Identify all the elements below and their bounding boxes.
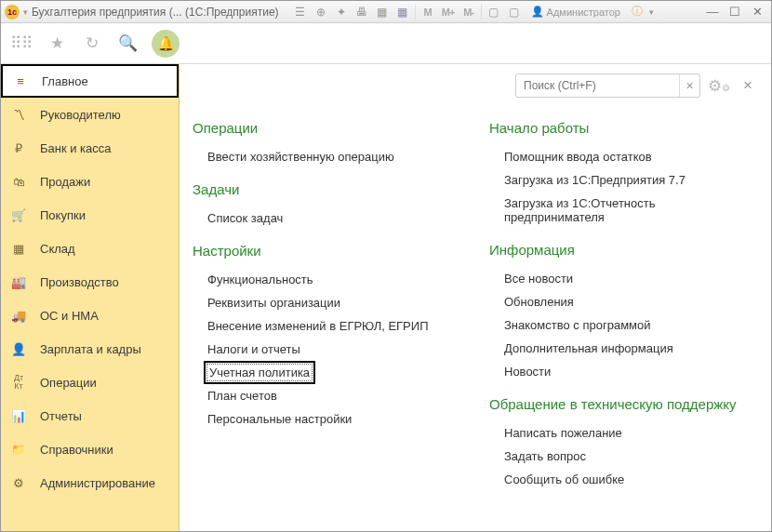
minimize-button[interactable]: — bbox=[702, 4, 723, 20]
titlebar: 1c ▾ Бухгалтерия предприятия (... (1С:Пр… bbox=[1, 1, 771, 23]
link-load-77[interactable]: Загрузка из 1С:Предприятия 7.7 bbox=[489, 168, 758, 192]
dropdown-icon[interactable]: ▾ bbox=[23, 7, 28, 17]
memory-m-plus[interactable]: M+ bbox=[440, 4, 457, 20]
toolbar-icon-9[interactable]: ▢ bbox=[486, 4, 502, 20]
sidebar-item-label: Главное bbox=[42, 74, 88, 88]
app-icon: 1c bbox=[5, 5, 20, 20]
sidebar-item-label: Операции bbox=[40, 376, 97, 390]
cart-icon: 🛒 bbox=[10, 208, 27, 222]
search-box: × bbox=[515, 73, 700, 98]
sidebar-item-admin[interactable]: ⚙ Администрирование bbox=[1, 466, 179, 499]
sidebar: ≡ Главное 〽 Руководителю ₽ Банк и касса … bbox=[1, 64, 180, 531]
bell-icon[interactable]: 🔔 bbox=[152, 30, 180, 58]
link-org-details[interactable]: Реквизиты организации bbox=[193, 291, 461, 314]
link-news[interactable]: Новости bbox=[489, 360, 758, 383]
section-support[interactable]: Обращение в техническую поддержку bbox=[489, 396, 758, 412]
link-report-error[interactable]: Сообщить об ошибке bbox=[489, 468, 758, 491]
person-icon: 👤 bbox=[10, 342, 27, 356]
right-column: Начало работы Помощник ввода остатков За… bbox=[489, 114, 758, 491]
content-columns: Операции Ввести хозяйственную операцию З… bbox=[193, 114, 758, 491]
truck-icon: 🚚 bbox=[10, 309, 27, 323]
search-icon[interactable]: 🔍 bbox=[116, 33, 139, 55]
section-operations[interactable]: Операции bbox=[193, 120, 461, 136]
boxes-icon: ▦ bbox=[10, 242, 27, 256]
toolbar-icon-1[interactable]: ☰ bbox=[292, 4, 309, 20]
sidebar-item-assets[interactable]: 🚚 ОС и НМА bbox=[1, 299, 179, 332]
toolbar-icon-5[interactable]: ▦ bbox=[374, 4, 391, 20]
section-tasks[interactable]: Задачи bbox=[193, 181, 461, 197]
menu-icon: ≡ bbox=[12, 74, 29, 88]
dtkt-icon: ДтКт bbox=[10, 374, 27, 391]
link-additional-info[interactable]: Дополнительная информация bbox=[489, 337, 758, 360]
sidebar-item-label: Отчеты bbox=[40, 409, 82, 423]
sidebar-item-label: Руководителю bbox=[40, 108, 121, 122]
sidebar-item-label: Склад bbox=[40, 242, 75, 256]
dropdown-icon[interactable]: ▾ bbox=[649, 7, 654, 17]
link-functionality[interactable]: Функциональность bbox=[193, 268, 461, 291]
link-intro[interactable]: Знакомство с программой bbox=[489, 313, 758, 337]
factory-icon: 🏭 bbox=[10, 275, 27, 289]
link-write-wish[interactable]: Написать пожелание bbox=[489, 421, 758, 445]
calendar-icon[interactable]: ▦ bbox=[394, 4, 411, 20]
search-clear-button[interactable]: × bbox=[679, 74, 699, 97]
link-ask-question[interactable]: Задать вопрос bbox=[489, 445, 758, 468]
search-input[interactable] bbox=[516, 74, 679, 97]
separator bbox=[415, 5, 416, 20]
left-column: Операции Ввести хозяйственную операцию З… bbox=[193, 114, 461, 491]
print-icon[interactable]: 🖶 bbox=[353, 4, 370, 20]
link-chart-of-accounts[interactable]: План счетов bbox=[193, 384, 461, 407]
section-start[interactable]: Начало работы bbox=[489, 120, 758, 136]
link-updates[interactable]: Обновления bbox=[489, 290, 758, 313]
settings-gear-icon[interactable]: ⚙⚙ bbox=[708, 76, 730, 96]
sidebar-item-manager[interactable]: 〽 Руководителю bbox=[1, 98, 179, 131]
link-taxes[interactable]: Налоги и отчеты bbox=[193, 338, 461, 361]
section-info[interactable]: Информация bbox=[489, 242, 758, 258]
toolbar-icon-10[interactable]: ▢ bbox=[506, 4, 523, 20]
sidebar-item-operations[interactable]: ДтКт Операции bbox=[1, 366, 179, 399]
sidebar-item-directories[interactable]: 📁 Справочники bbox=[1, 432, 179, 466]
memory-m-minus[interactable]: M- bbox=[460, 4, 477, 20]
close-button[interactable]: ✕ bbox=[747, 4, 767, 20]
sidebar-item-main[interactable]: ≡ Главное bbox=[1, 64, 179, 98]
toolbar-icon-2[interactable]: ⊕ bbox=[313, 4, 329, 20]
content-toolbar: × ⚙⚙ × bbox=[193, 70, 758, 101]
link-accounting-policy[interactable]: Учетная политика bbox=[204, 361, 315, 384]
bag-icon: 🛍 bbox=[10, 175, 27, 189]
link-all-news[interactable]: Все новости bbox=[489, 267, 758, 290]
memory-m[interactable]: M bbox=[419, 4, 436, 20]
section-settings[interactable]: Настройки bbox=[193, 243, 461, 259]
history-icon[interactable]: ↻ bbox=[81, 33, 103, 55]
toolbar-icon-3[interactable]: ✦ bbox=[333, 4, 350, 20]
sidebar-item-reports[interactable]: 📊 Отчеты bbox=[1, 399, 179, 432]
content-panel: × ⚙⚙ × Операции Ввести хозяйственную опе… bbox=[180, 64, 771, 531]
link-task-list[interactable]: Список задач bbox=[193, 206, 461, 230]
gear-icon: ⚙ bbox=[10, 476, 27, 490]
link-personal-settings[interactable]: Персональные настройки bbox=[193, 407, 461, 431]
sidebar-item-label: Справочники bbox=[40, 443, 113, 457]
sidebar-item-purchases[interactable]: 🛒 Покупки bbox=[1, 198, 179, 232]
link-balance-assistant[interactable]: Помощник ввода остатков bbox=[489, 145, 758, 168]
window-title: Бухгалтерия предприятия (... (1С:Предпри… bbox=[32, 6, 279, 19]
link-load-reporting[interactable]: Загрузка из 1С:Отчетность предпринимател… bbox=[489, 192, 758, 229]
sidebar-item-sales[interactable]: 🛍 Продажи bbox=[1, 165, 179, 198]
maximize-button[interactable]: ☐ bbox=[725, 4, 745, 20]
apps-icon[interactable]: ⠿⠿ bbox=[10, 33, 33, 55]
link-enter-operation[interactable]: Ввести хозяйственную операцию bbox=[193, 145, 461, 168]
link-egrul[interactable]: Внесение изменений в ЕГРЮЛ, ЕГРИП bbox=[193, 314, 461, 338]
sidebar-item-label: Зарплата и кадры bbox=[40, 342, 141, 356]
info-icon[interactable]: ⓘ bbox=[629, 4, 646, 20]
close-panel-button[interactable]: × bbox=[738, 76, 758, 95]
bars-icon: 📊 bbox=[10, 409, 27, 423]
sidebar-item-payroll[interactable]: 👤 Зарплата и кадры bbox=[1, 332, 179, 366]
sidebar-item-label: ОС и НМА bbox=[40, 309, 99, 323]
user-name: Администратор bbox=[547, 7, 620, 18]
main-area: ≡ Главное 〽 Руководителю ₽ Банк и касса … bbox=[1, 64, 771, 531]
star-icon[interactable]: ★ bbox=[46, 33, 68, 55]
user-menu[interactable]: 👤 Администратор bbox=[526, 6, 625, 18]
sidebar-item-production[interactable]: 🏭 Производство bbox=[1, 265, 179, 299]
separator bbox=[481, 5, 482, 20]
sidebar-item-label: Продажи bbox=[40, 175, 90, 189]
sidebar-item-warehouse[interactable]: ▦ Склад bbox=[1, 232, 179, 265]
sidebar-item-bank[interactable]: ₽ Банк и касса bbox=[1, 131, 179, 165]
sidebar-item-label: Банк и касса bbox=[40, 141, 112, 155]
